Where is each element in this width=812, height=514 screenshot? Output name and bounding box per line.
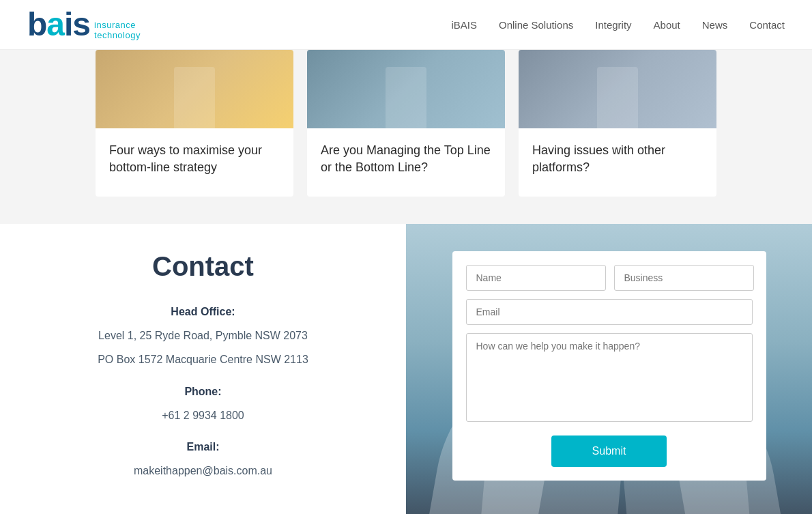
- email-input[interactable]: [466, 299, 753, 325]
- form-row-name-business: [466, 265, 753, 291]
- nav-online-solutions[interactable]: Online Solutions: [499, 19, 573, 31]
- nav-news[interactable]: News: [702, 19, 728, 31]
- phone-label: Phone:: [98, 382, 308, 402]
- card-image-2: [307, 50, 505, 128]
- nav-integrity[interactable]: Integrity: [595, 19, 631, 31]
- name-input[interactable]: [466, 265, 606, 291]
- card-1: Four ways to maximise your bottom-line s…: [96, 50, 293, 197]
- email-group: Email: makeithappen@bais.com.au: [98, 438, 308, 481]
- card-3: Having issues with other platforms?: [519, 50, 716, 197]
- card-body-1: Four ways to maximise your bottom-line s…: [96, 128, 293, 197]
- phone-number: +61 2 9934 1800: [98, 406, 308, 426]
- card-image-1: [96, 50, 293, 128]
- head-office-address1: Level 1, 25 Ryde Road, Pymble NSW 2073: [98, 326, 308, 346]
- card-title-1: Four ways to maximise your bottom-line s…: [109, 142, 280, 176]
- submit-row: Submit: [466, 436, 753, 467]
- nav-ibais[interactable]: iBAIS: [451, 19, 477, 31]
- card-title-2: Are you Managing the Top Line or the Bot…: [321, 142, 491, 176]
- contact-form: Submit: [452, 251, 766, 481]
- nav-about[interactable]: About: [654, 19, 680, 31]
- main-nav: iBAIS Online Solutions Integrity About N…: [451, 19, 785, 31]
- card-image-3: [519, 50, 716, 128]
- logo-tagline: insurance technology: [94, 20, 141, 41]
- logo-area: bais insurance technology: [27, 8, 141, 41]
- contact-section: Contact Head Office: Level 1, 25 Ryde Ro…: [0, 224, 812, 514]
- message-textarea[interactable]: [466, 333, 753, 422]
- business-input[interactable]: [614, 265, 754, 291]
- email-label: Email:: [98, 438, 308, 457]
- phone-group: Phone: +61 2 9934 1800: [98, 382, 308, 426]
- contact-details: Head Office: Level 1, 25 Ryde Road, Pymb…: [98, 302, 308, 494]
- head-office-address2: PO Box 1572 Macquarie Centre NSW 2113: [98, 350, 308, 370]
- head-office-label: Head Office:: [98, 302, 308, 322]
- logo-bais: bais: [27, 8, 90, 41]
- header: bais insurance technology iBAIS Online S…: [0, 0, 812, 50]
- cards-section: Four ways to maximise your bottom-line s…: [0, 50, 812, 224]
- contact-right-panel: Submit: [406, 224, 812, 514]
- email-address: makeithappen@bais.com.au: [98, 461, 308, 481]
- nav-contact[interactable]: Contact: [749, 19, 785, 31]
- card-body-2: Are you Managing the Top Line or the Bot…: [307, 128, 505, 197]
- card-body-3: Having issues with other platforms?: [519, 128, 716, 197]
- contact-heading: Contact: [152, 251, 254, 282]
- submit-button[interactable]: Submit: [551, 436, 667, 467]
- card-title-3: Having issues with other platforms?: [532, 142, 703, 176]
- contact-left-panel: Contact Head Office: Level 1, 25 Ryde Ro…: [0, 224, 406, 514]
- card-2: Are you Managing the Top Line or the Bot…: [307, 50, 505, 197]
- head-office-group: Head Office: Level 1, 25 Ryde Road, Pymb…: [98, 302, 308, 369]
